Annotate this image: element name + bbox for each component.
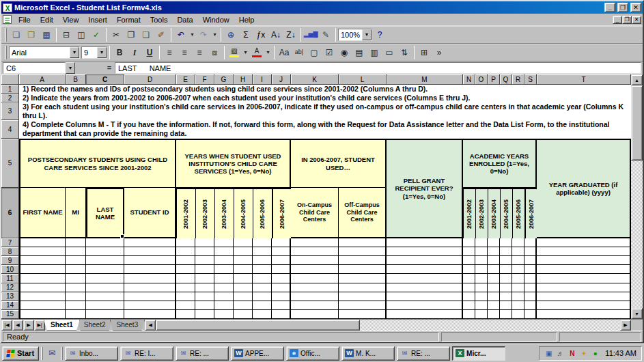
dropdown-arrow-icon[interactable]: ▾ [70,47,79,58]
instruction-row-4[interactable]: 4) Complete Columns M - T if you have th… [19,120,631,139]
row-header-2[interactable]: 2 [1,94,19,102]
header-enrolled-2001-2002[interactable]: 2001-2002 [463,188,475,238]
column-header-j[interactable]: J [272,74,291,85]
cell-H10[interactable] [234,265,253,274]
instruction-row-2[interactable]: 2) Indicate the years from 2001-2002 to … [19,94,631,102]
menu-help[interactable]: Help [234,15,260,25]
drawing-icon[interactable]: ✎ [318,28,333,42]
sheet-tab-sheet1[interactable]: Sheet1 [44,320,80,331]
cell-B12[interactable] [66,283,86,292]
cell-M14[interactable] [387,301,463,310]
cell-L10[interactable] [339,265,387,274]
cell-J10[interactable] [272,265,291,274]
cell-S9[interactable] [524,256,537,265]
cell-J11[interactable] [272,274,291,283]
font-size-combo[interactable]: 9 ▾ [81,46,107,59]
cell-A12[interactable] [19,283,66,292]
volume-icon[interactable]: ♬ [556,350,565,357]
header-first-name[interactable]: FIRST NAME [19,188,66,238]
name-box-arrow-icon[interactable]: ▾ [66,62,75,74]
column-header-n[interactable]: N [463,74,475,85]
menu-view[interactable]: View [58,15,84,25]
cell-N15[interactable] [463,310,475,319]
column-header-h[interactable]: H [234,74,253,85]
cell-B9[interactable] [66,256,86,265]
maximize-icon[interactable]: ❐ [617,3,628,12]
close-icon[interactable]: ✕ [630,3,641,12]
menu-tools[interactable]: Tools [145,15,173,25]
cell-E8[interactable] [176,247,195,256]
align-center-icon[interactable]: ≡ [177,46,192,59]
help-icon[interactable]: ? [372,28,387,42]
cell-Q15[interactable] [500,310,512,319]
cell-F7[interactable] [195,238,214,247]
cell-R11[interactable] [512,274,524,283]
cell-O14[interactable] [475,301,488,310]
header-year-2001-2002[interactable]: 2001-2002 [176,188,195,238]
label-control-icon[interactable]: Aa [277,46,292,59]
cell-J12[interactable] [272,283,291,292]
cell-H13[interactable] [234,292,253,301]
cell-P10[interactable] [488,265,500,274]
cell-P13[interactable] [488,292,500,301]
cell-I13[interactable] [253,292,272,301]
column-header-l[interactable]: L [339,74,387,85]
cell-T9[interactable] [537,256,631,265]
copy-icon[interactable]: ❐ [124,28,139,42]
cell-D12[interactable] [124,283,176,292]
formula-input[interactable]: LAST NAME [115,62,641,74]
cell-I9[interactable] [253,256,272,265]
cell-G13[interactable] [214,292,234,301]
row-header-9[interactable]: 9 [1,256,19,265]
merge-center-icon[interactable]: ⧈ [207,46,222,59]
cell-J13[interactable] [272,292,291,301]
row-header-1[interactable]: 1 [1,85,19,94]
cell-T8[interactable] [537,247,631,256]
cell-G12[interactable] [214,283,234,292]
undo-dropdown-icon[interactable]: ▾ [188,28,196,42]
row-header-5[interactable]: 5 [1,139,19,188]
header-year-2004-2005[interactable]: 2004-2005 [234,188,253,238]
fill-color-dropdown-icon[interactable]: ▾ [242,46,249,59]
cell-H8[interactable] [234,247,253,256]
column-header-i[interactable]: I [253,74,272,85]
scroll-right-icon[interactable]: ▶ [620,320,631,331]
task-button-inbo[interactable]: ✉Inbo... [65,346,118,361]
column-header-b[interactable]: B [66,74,86,85]
scroll-up-icon[interactable]: ▲ [631,74,643,85]
cell-D11[interactable] [124,274,176,283]
row-header-4[interactable]: 4 [1,120,19,139]
cell-C10[interactable] [86,265,124,274]
cell-D9[interactable] [124,256,176,265]
column-header-m[interactable]: M [387,74,463,85]
cell-R8[interactable] [512,247,524,256]
column-header-d[interactable]: D [124,74,176,85]
format-painter-icon[interactable]: ✐ [154,28,169,42]
select-all-button[interactable] [1,74,19,85]
insert-hyperlink-icon[interactable]: ⊕ [223,28,238,42]
task-button-micr[interactable]: XMicr... [452,346,505,361]
cell-T11[interactable] [537,274,631,283]
new-document-icon[interactable]: ❏ [9,28,24,42]
cell-F10[interactable] [195,265,214,274]
font-color-icon[interactable]: A [249,46,264,59]
cell-M8[interactable] [387,247,463,256]
cell-A15[interactable] [19,310,66,319]
cell-O9[interactable] [475,256,488,265]
cell-B10[interactable] [66,265,86,274]
cell-S15[interactable] [524,310,537,319]
cell-M10[interactable] [387,265,463,274]
column-header-g[interactable]: G [214,74,234,85]
cell-F12[interactable] [195,283,214,292]
first-sheet-icon[interactable]: |◀ [1,320,12,331]
taskbar-clock[interactable]: 11:43 AM [602,349,636,357]
cell-T7[interactable] [537,238,631,247]
redo-icon[interactable]: ↷ [196,28,211,42]
cell-C13[interactable] [86,292,124,301]
spinner-control-icon[interactable]: ⇅ [397,46,412,59]
cell-E7[interactable] [176,238,195,247]
header-year-2002-2003[interactable]: 2002-2003 [195,188,214,238]
task-button-rei[interactable]: ✉RE: I... [120,346,173,361]
cell-S13[interactable] [524,292,537,301]
cell-H9[interactable] [234,256,253,265]
